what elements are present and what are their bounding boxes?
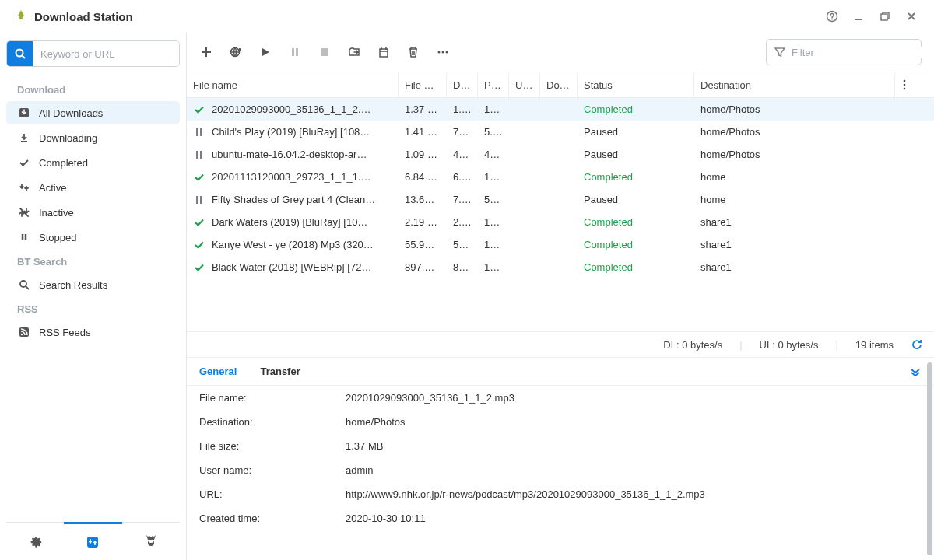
resume-button[interactable]: [258, 45, 272, 59]
tab-general[interactable]: General: [199, 366, 237, 377]
svg-point-7: [20, 281, 26, 287]
move-button[interactable]: [347, 45, 361, 59]
more-button[interactable]: [436, 45, 450, 59]
filter-box[interactable]: [766, 39, 922, 65]
section-rss: RSS: [6, 297, 180, 320]
cell-pct: 1…: [478, 171, 509, 183]
cell-pct: 5…: [478, 194, 509, 205]
stop-button[interactable]: [318, 45, 332, 59]
svg-point-18: [446, 51, 448, 54]
download-station-icon: [14, 9, 28, 23]
filter-input[interactable]: [792, 47, 922, 58]
svg-point-9: [21, 334, 23, 335]
th-filesize[interactable]: File …: [399, 72, 447, 97]
sidebar: Download All Downloads Downloading Compl…: [0, 33, 187, 560]
sidebar-item-label: Search Results: [39, 279, 107, 291]
sidebar-item-rss-feeds[interactable]: RSS Feeds: [6, 320, 180, 344]
minimize-button[interactable]: [850, 8, 867, 25]
sidebar-item-stopped[interactable]: Stopped: [6, 226, 180, 249]
tab-transfer[interactable]: Transfer: [260, 366, 300, 377]
all-downloads-icon: [17, 107, 31, 118]
refresh-button[interactable]: [911, 338, 923, 351]
field-username-value: admin: [346, 464, 922, 476]
sidebar-item-completed[interactable]: Completed: [6, 151, 180, 174]
cell-dest: home: [694, 171, 895, 183]
field-filesize-value: 1.37 MB: [346, 440, 922, 452]
svg-rect-14: [321, 48, 328, 56]
th-status[interactable]: Status: [578, 72, 694, 97]
help-button[interactable]: [823, 8, 841, 25]
sidebar-item-search-results[interactable]: Search Results: [6, 273, 180, 296]
svg-point-19: [904, 80, 906, 82]
cell-filename: Kanye West - ye (2018) Mp3 (320…: [212, 239, 374, 250]
table-row[interactable]: ubuntu-mate-16.04.2-desktop-ar…1.09 …4…4…: [187, 143, 934, 166]
th-menu[interactable]: [895, 72, 914, 97]
th-destination[interactable]: Destination: [694, 72, 895, 97]
sidebar-item-inactive[interactable]: Inactive: [6, 201, 180, 224]
completed-icon: [17, 157, 31, 168]
table-row[interactable]: Black Water (2018) [WEBRip] [72…897.…8…1…: [187, 256, 934, 278]
cell-status: Completed: [578, 261, 694, 273]
check-icon: [193, 261, 205, 274]
sidebar-item-downloading[interactable]: Downloading: [6, 126, 180, 149]
cell-status: Completed: [578, 103, 694, 115]
titlebar: Download Station: [0, 0, 934, 33]
table-row[interactable]: Kanye West - ye (2018) Mp3 (320…55.9…5…1…: [187, 233, 934, 256]
stopped-icon: [17, 232, 31, 243]
cell-size: 55.9…: [399, 239, 447, 250]
th-uploaded[interactable]: U…: [509, 72, 540, 97]
cell-filename: 20201113120003_29723_1_1_1.…: [212, 171, 371, 183]
main-panel: File name File … D… P… U… Do… Status Des…: [187, 33, 934, 560]
field-destination-value: home/Photos: [346, 416, 922, 428]
cell-dl: 8…: [447, 261, 478, 273]
table-row[interactable]: Dark Waters (2019) [BluRay] [10…2.19 …2.…: [187, 211, 934, 233]
svg-rect-22: [196, 128, 198, 136]
table-row[interactable]: Fifty Shades of Grey part 4 (Clean…13.6……: [187, 188, 934, 211]
th-downloaded[interactable]: D…: [447, 72, 478, 97]
maximize-button[interactable]: [876, 8, 894, 25]
svg-point-16: [438, 51, 441, 54]
field-username-label: User name:: [199, 464, 346, 476]
search-box[interactable]: [6, 40, 180, 67]
svg-rect-23: [200, 128, 202, 136]
filter-icon: [774, 47, 785, 58]
status-count: 19 items: [855, 339, 894, 351]
cell-pct: 1…: [478, 103, 509, 115]
add-button[interactable]: [199, 45, 213, 59]
svg-point-20: [904, 84, 906, 86]
cell-size: 1.41 …: [399, 126, 447, 138]
close-button[interactable]: [903, 8, 920, 25]
cell-status: Paused: [578, 126, 694, 138]
table-row[interactable]: 20201029093000_35136_1_1_2.…1.37 …1.…1…C…: [187, 98, 934, 121]
th-filename[interactable]: File name: [187, 72, 399, 97]
delete-button[interactable]: [406, 45, 420, 59]
svg-rect-15: [380, 49, 388, 57]
add-url-button[interactable]: [229, 45, 243, 59]
emule-button[interactable]: [122, 523, 180, 560]
th-progress[interactable]: P…: [478, 72, 509, 97]
pause-button[interactable]: [288, 45, 302, 59]
field-filename-value: 20201029093000_35136_1_1_2.mp3: [346, 392, 922, 404]
search-icon[interactable]: [7, 41, 33, 66]
edit-button[interactable]: [377, 45, 391, 59]
sidebar-item-active[interactable]: Active: [6, 176, 180, 199]
status-ul: UL: 0 bytes/s: [760, 339, 819, 351]
downloads-tab-button[interactable]: [64, 522, 121, 559]
cell-pct: 1…: [478, 261, 509, 273]
cell-pct: 4…: [478, 149, 509, 160]
check-icon: [193, 171, 205, 184]
collapse-button[interactable]: [909, 366, 922, 378]
sidebar-item-label: Completed: [39, 157, 88, 169]
th-downloadrate[interactable]: Do…: [540, 72, 578, 97]
sidebar-item-label: Active: [39, 182, 66, 194]
settings-button[interactable]: [6, 523, 64, 560]
cell-filename: ubuntu-mate-16.04.2-desktop-ar…: [212, 149, 367, 160]
field-created-value: 2020-10-30 10:11: [346, 513, 922, 524]
table-row[interactable]: Child's Play (2019) [BluRay] [108…1.41 ……: [187, 121, 934, 143]
svg-rect-2: [855, 19, 862, 20]
check-icon: [193, 216, 205, 229]
sidebar-item-all-downloads[interactable]: All Downloads: [6, 101, 180, 124]
search-input[interactable]: [33, 41, 179, 66]
table-row[interactable]: 20201113120003_29723_1_1_1.…6.84 …6.…1…C…: [187, 166, 934, 188]
scrollbar[interactable]: [927, 362, 932, 555]
